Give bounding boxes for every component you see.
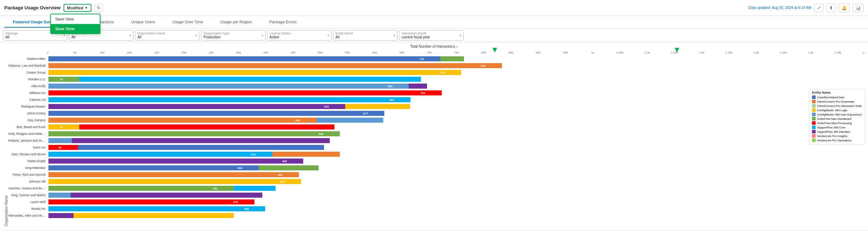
bar-label: Cooper Group	[8, 71, 48, 74]
bars-area: Shelton-Miller720Delacruz, Lee and Marsh…	[8, 56, 865, 226]
bar-track: 57	[48, 124, 865, 129]
data-updated-label: Data updated: Aug 30, 2024 at 6:14 AM	[749, 6, 811, 10]
bar-track: 720	[48, 56, 865, 61]
tab-unique-users[interactable]: Unique Users	[123, 17, 164, 28]
chevron-down-icon: ▾	[262, 34, 263, 37]
bar-track: 468	[48, 159, 865, 164]
table-row: Gay-Campos492	[8, 117, 865, 123]
table-row: King-Melendez386	[8, 165, 865, 171]
x-axis-tick: 950	[563, 51, 568, 54]
table-row: Bird, Beard and Koch57	[8, 124, 865, 130]
x-axis-tick: 1.3k	[754, 51, 759, 54]
bar-label: Cabrera Ltd	[8, 98, 48, 102]
header-bar: Package Usage Overview Modified ▼ ↻ Save…	[0, 0, 868, 16]
bar-label: Davis Inc	[8, 146, 48, 149]
chart-button[interactable]: 📊	[853, 4, 864, 12]
table-row: Sanchez, Graves and Bowman341	[8, 185, 865, 192]
filter-interaction-month[interactable]: Interaction Month current fiscal year ▾	[399, 30, 464, 41]
bar-track: 665	[48, 97, 865, 102]
chevron-down-icon: ▼	[85, 6, 88, 10]
table-row: Cooper Group758	[8, 69, 865, 76]
x-axis-tick: 850	[508, 51, 513, 54]
share-button[interactable]: ⤢	[814, 4, 824, 12]
bar-track: 378	[48, 199, 865, 204]
modified-button[interactable]: Modified ▼	[64, 4, 92, 12]
chart-title: Total Number of Interactions ↓	[3, 44, 865, 48]
filter-org-type[interactable]: Organization Type Production ▾	[201, 30, 266, 41]
x-axis-tick: 600	[372, 51, 377, 54]
tab-package-errors[interactable]: Package Errors	[261, 17, 305, 28]
bar-label: Johns-Conley	[8, 112, 48, 115]
filter-interaction-value: current fiscal year	[402, 35, 430, 39]
x-axis-tick: 900	[536, 51, 540, 54]
x-axis-tick: 400	[263, 51, 268, 54]
bar-track: 722	[48, 90, 865, 95]
x-axis-tick: 550	[345, 51, 350, 54]
bar-label: Bird, Beard and Koch	[8, 125, 48, 129]
tab-usage-per-region[interactable]: Usage per Region	[212, 17, 261, 28]
bar-label: Rodriguez-Bowen	[8, 105, 48, 108]
filter-subscriber-value: All	[71, 35, 87, 39]
chevron-down-icon: ▾	[460, 34, 461, 37]
bar-label: Dyer, Mccann and Moore	[8, 152, 48, 156]
chart-inner: 0501001502002503003504004505005506006507…	[8, 50, 865, 226]
filter-license-value: Active	[269, 35, 291, 39]
bar-track	[48, 193, 865, 198]
x-axis-tick: 450	[291, 51, 295, 54]
table-row: Kelly, Rodgers and Hubbard535	[8, 131, 865, 137]
bar-track: 617	[48, 111, 865, 116]
tab-usage-over-time[interactable]: Usage Over Time	[164, 17, 212, 28]
bar-track: 545	[48, 104, 865, 109]
filter-entity-name[interactable]: Entity Name All ▾	[333, 30, 398, 41]
x-axis-tick: 1.5k	[862, 51, 865, 54]
y-axis-label: Organization Name	[3, 50, 8, 226]
table-row: Johnson-Hill464	[8, 178, 865, 185]
bar-label: Roberts, Jackson and Johnson	[8, 139, 48, 142]
table-row: Hernandez, Allen and Mccarty	[8, 212, 865, 219]
x-axis-tick: 350	[236, 51, 241, 54]
bar-label: Lynch-Wolf	[8, 200, 48, 204]
bar-track: 341	[48, 186, 865, 191]
notifications-button[interactable]: 🔔	[839, 4, 850, 12]
table-row: Morales LLC57	[8, 76, 865, 82]
modified-label: Modified	[67, 6, 83, 10]
table-row: Shelton-Miller720	[8, 56, 865, 62]
x-axis-tick: 1.45k	[834, 51, 841, 54]
bar-label: Williams Inc	[8, 91, 48, 95]
filter-entity-value: All	[336, 35, 353, 39]
x-axis-tick: 750	[454, 51, 459, 54]
filter-package-label: Package	[5, 32, 18, 35]
bar-track: 57	[48, 77, 865, 82]
bar-label: Shelton-Miller	[8, 57, 48, 61]
x-axis-tick: 800	[481, 51, 486, 54]
bar-label: Johnson-Hill	[8, 180, 48, 183]
filter-org-name-value: All	[137, 35, 165, 39]
filter-entity-label: Entity Name	[336, 32, 353, 35]
refresh-button[interactable]: ↻	[94, 4, 103, 12]
filter-bar: Package All ▾ Subscriber All ▾ Organizat…	[0, 29, 868, 42]
bar-label: Perez, Rich and Monroe	[8, 173, 48, 176]
dropdown-save-view-1[interactable]: Save View	[51, 14, 100, 24]
table-row: Roberts, Jackson and Johnson	[8, 137, 865, 144]
chart-main: Organization Name 0501001502002503003504…	[3, 50, 865, 226]
chevron-down-icon: ▾	[394, 34, 395, 37]
x-axis-tick: 250	[182, 51, 186, 54]
bar-track	[48, 213, 865, 218]
filter-license-status[interactable]: License Status Active ▾	[267, 30, 332, 41]
export-button[interactable]: ⬆	[826, 4, 836, 12]
dropdown-save-view-2[interactable]: Save View	[51, 24, 100, 33]
filter-org-name[interactable]: Organization Name All ▾	[135, 30, 200, 41]
bar-label: Delacruz, Lee and Marshall	[8, 64, 48, 67]
x-axis-tick: 200	[154, 51, 159, 54]
chevron-down-icon: ▾	[328, 34, 329, 37]
table-row: Davis Inc54	[8, 144, 865, 151]
x-axis-tick: 300	[209, 51, 214, 54]
bar-label: Woods Inc	[8, 207, 48, 211]
bar-label: King-Melendez	[8, 166, 48, 170]
bar-track: 411	[48, 152, 865, 157]
x-axis-tick: 50	[73, 51, 76, 54]
tab-bar: Featured Usage Summary Custom Interactio…	[0, 16, 868, 29]
chevron-down-icon: ▾	[64, 34, 65, 37]
bar-track: 833	[48, 63, 865, 68]
x-axis-tick: 700	[427, 51, 431, 54]
